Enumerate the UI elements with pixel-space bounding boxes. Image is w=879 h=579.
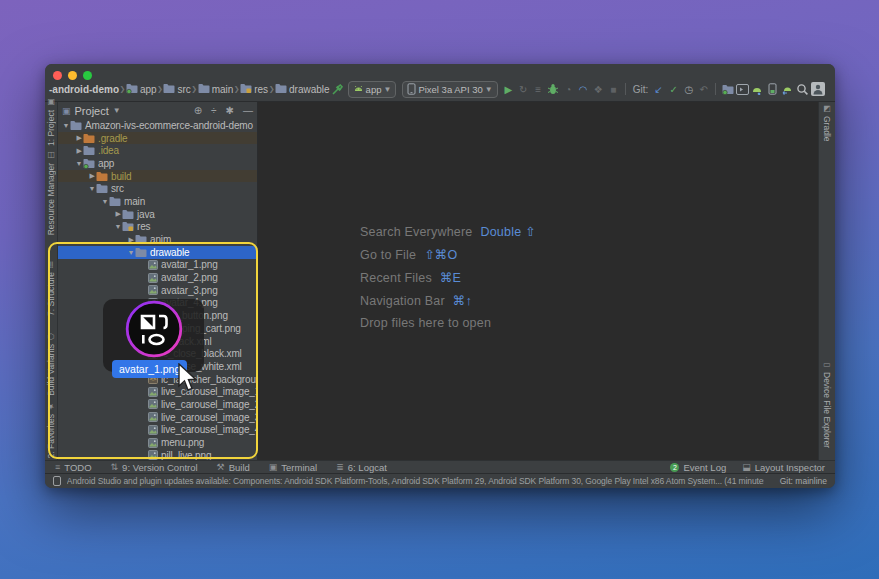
tool-window-button-terminal[interactable]: ▣Terminal bbox=[269, 462, 317, 473]
project-panel-header: ▣ Project ▼ ⊕ ÷ ✱ — bbox=[58, 102, 257, 119]
tool-window-button-2-favorites[interactable]: 2: Favorites★ bbox=[46, 402, 56, 458]
tree-row-pill-live-png[interactable]: pill_live.png bbox=[58, 449, 257, 460]
tool-window-button-1-project[interactable]: 1: Project▣ bbox=[46, 98, 56, 146]
status-message[interactable]: Android Studio and plugin updates availa… bbox=[67, 476, 764, 486]
tree-row--idea[interactable]: ▶.idea bbox=[58, 144, 257, 157]
tree-row--gradle[interactable]: ▶.gradle bbox=[58, 132, 257, 145]
editor-area[interactable]: Search EverywhereDouble ⇧Go to File⇧⌘ORe… bbox=[258, 102, 818, 460]
locate-icon[interactable]: ⊕ bbox=[194, 105, 202, 116]
project-structure-icon[interactable] bbox=[720, 81, 735, 98]
expand-arrow-icon[interactable]: ▼ bbox=[75, 160, 83, 167]
tree-row-anim[interactable]: ▶anim bbox=[58, 233, 257, 246]
sdk-manager-icon[interactable] bbox=[750, 81, 765, 98]
tree-item-label: java bbox=[137, 209, 155, 220]
tree-row-java[interactable]: ▶java bbox=[58, 208, 257, 221]
tree-item-label: .idea bbox=[98, 145, 119, 156]
tool-window-button-build-variants[interactable]: Build Variants⬡ bbox=[46, 332, 56, 396]
avd-manager-icon[interactable] bbox=[765, 81, 780, 98]
tree-item-label: avatar_1.png bbox=[161, 259, 218, 270]
device-manager-icon[interactable] bbox=[735, 81, 750, 98]
tree-row-Amazon-ivs-ecommerce-android-demo[interactable]: ▼Amazon-ivs-ecommerce-android-demo bbox=[58, 119, 257, 132]
project-panel-title[interactable]: Project bbox=[75, 105, 109, 117]
tool-window-button-6-logcat[interactable]: ≣6: Logcat bbox=[336, 462, 387, 473]
expand-arrow-icon[interactable]: ▼ bbox=[88, 185, 96, 192]
search-everywhere-icon[interactable] bbox=[795, 81, 810, 98]
tree-item-label: app bbox=[98, 158, 114, 169]
git-update-icon[interactable]: ↙ bbox=[651, 81, 666, 98]
tool-window-button-todo[interactable]: ≡TODO bbox=[55, 462, 92, 473]
tree-item-label: res bbox=[137, 221, 150, 232]
collapse-all-icon[interactable]: ÷ bbox=[211, 105, 217, 116]
breadcrumb-res[interactable]: res bbox=[240, 83, 268, 96]
expand-arrow-icon[interactable]: ▶ bbox=[88, 172, 96, 180]
tree-row-drawable[interactable]: ▼drawable bbox=[58, 246, 257, 259]
tool-window-button-layout-inspector[interactable]: ⬓Layout Inspector bbox=[742, 462, 825, 473]
tree-item-label: src bbox=[111, 183, 124, 194]
tree-row-avatar-1-png[interactable]: avatar_1.png bbox=[58, 259, 257, 272]
expand-arrow-icon[interactable]: ▼ bbox=[114, 223, 122, 230]
expand-arrow-icon[interactable]: ▶ bbox=[75, 147, 83, 155]
toolbar-separator bbox=[625, 83, 626, 95]
tool-window-button-build[interactable]: ⚒Build bbox=[217, 462, 250, 473]
user-avatar-icon[interactable] bbox=[810, 81, 825, 98]
settings-gear-icon[interactable]: ✱ bbox=[226, 105, 234, 116]
debug-button[interactable] bbox=[546, 81, 561, 98]
tree-row-live-carousel-image-2-png[interactable]: live_carousel_image_2.png bbox=[58, 398, 257, 411]
expand-arrow-icon[interactable]: ▶ bbox=[75, 134, 83, 142]
attach-debugger-icon[interactable]: ❖ bbox=[591, 81, 606, 98]
breadcrumb-app[interactable]: app bbox=[126, 83, 157, 96]
tool-window-button-7-structure[interactable]: 7: Structure≔ bbox=[46, 261, 56, 316]
build-hammer-icon[interactable] bbox=[330, 81, 345, 98]
hide-panel-icon[interactable]: — bbox=[243, 105, 253, 116]
git-commit-icon[interactable]: ✓ bbox=[666, 81, 681, 98]
breadcrumb-src[interactable]: src bbox=[163, 83, 190, 96]
expand-arrow-icon[interactable]: ▼ bbox=[62, 122, 70, 129]
breadcrumb-main[interactable]: main bbox=[198, 83, 234, 96]
tool-window-button-device-file-explorer[interactable]: ▭Device File Explorer bbox=[822, 360, 832, 448]
expand-arrow-icon[interactable]: ▼ bbox=[127, 249, 135, 256]
tool-window-button-resource-manager[interactable]: Resource Manager◫ bbox=[46, 151, 56, 235]
tool-window-button-event-log[interactable]: 2Event Log bbox=[670, 462, 726, 473]
apply-changes-icon[interactable]: ↻ bbox=[516, 81, 531, 98]
tool-window-button-gradle[interactable]: ◩Gradle bbox=[822, 104, 832, 142]
android-studio-window: -android-demo❯app❯src❯main❯res❯drawablea… bbox=[45, 64, 835, 488]
tree-row-live-carousel-image-1-png[interactable]: live_carousel_image_1.png bbox=[58, 385, 257, 398]
update-available-icon[interactable] bbox=[53, 476, 61, 486]
profile-icon[interactable]: ◔ bbox=[561, 81, 576, 98]
tree-row-avatar-2-png[interactable]: avatar_2.png bbox=[58, 271, 257, 284]
file-icon bbox=[148, 273, 158, 283]
run-configuration-dropdown[interactable]: app▼ bbox=[348, 81, 397, 98]
git-branch-indicator[interactable]: Git: mainline bbox=[770, 476, 827, 486]
apply-code-changes-icon[interactable]: ≡ bbox=[531, 81, 546, 98]
expand-arrow-icon[interactable]: ▶ bbox=[127, 236, 135, 244]
project-tree: ▼Amazon-ivs-ecommerce-android-demo▶.grad… bbox=[58, 119, 257, 460]
tree-row-app[interactable]: ▼app bbox=[58, 157, 257, 170]
tree-item-label: live_carousel_image_4.png bbox=[161, 424, 257, 435]
tool-window-button-9-version-control[interactable]: ⇅9: Version Control bbox=[111, 462, 198, 473]
breadcrumb-drawable[interactable]: drawable bbox=[275, 83, 330, 96]
expand-arrow-icon[interactable]: ▶ bbox=[114, 210, 122, 218]
profiler-gauge-icon[interactable]: ◠ bbox=[576, 81, 591, 98]
expand-arrow-icon[interactable]: ▼ bbox=[101, 198, 109, 205]
right-tool-window-bar: ◩Gradle▭Device File Explorer bbox=[818, 102, 835, 460]
tree-row-main[interactable]: ▼main bbox=[58, 195, 257, 208]
git-history-icon[interactable]: ◷ bbox=[681, 81, 696, 98]
mouse-cursor bbox=[176, 363, 198, 397]
file-icon bbox=[148, 425, 158, 435]
tree-row-live-carousel-image-4-png[interactable]: live_carousel_image_4.png bbox=[58, 424, 257, 437]
git-rollback-icon[interactable]: ↶ bbox=[696, 81, 711, 98]
tree-row-live-carousel-image-3-png[interactable]: live_carousel_image_3.png bbox=[58, 411, 257, 424]
breadcrumb--android-demo[interactable]: -android-demo bbox=[49, 84, 119, 95]
device-selector-dropdown[interactable]: Pixel 3a API 30▼ bbox=[402, 81, 497, 98]
tree-item-label: menu.png bbox=[161, 437, 204, 448]
tree-row-src[interactable]: ▼src bbox=[58, 182, 257, 195]
folder-icon bbox=[96, 183, 108, 194]
tree-row-res[interactable]: ▼res bbox=[58, 221, 257, 234]
tree-row-build[interactable]: ▶build bbox=[58, 170, 257, 183]
tree-row-menu-png[interactable]: menu.png bbox=[58, 436, 257, 449]
tree-row-avatar-3-png[interactable]: avatar_3.png bbox=[58, 284, 257, 297]
run-button[interactable]: ▶ bbox=[501, 81, 516, 98]
sync-project-icon[interactable] bbox=[780, 81, 795, 98]
project-tab-icon: ▣ bbox=[62, 106, 71, 116]
stop-button[interactable]: ■ bbox=[606, 81, 621, 98]
